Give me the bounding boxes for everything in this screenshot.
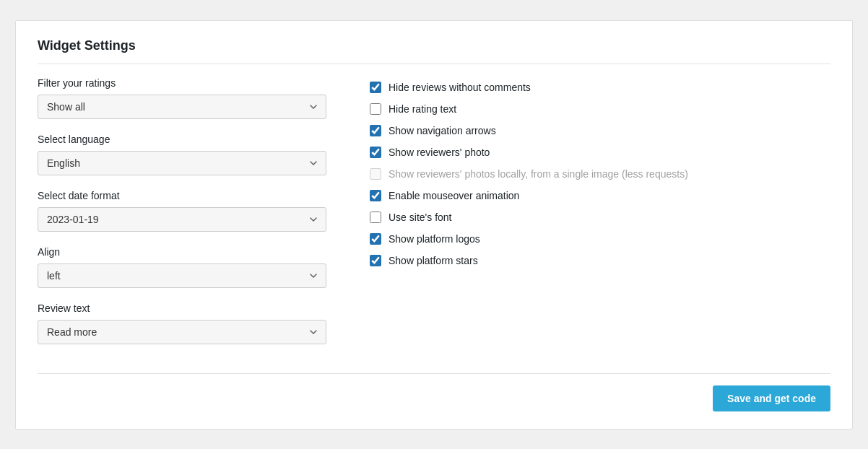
list-item: Show platform logos bbox=[370, 233, 830, 245]
review-text-label: Review text bbox=[38, 302, 326, 314]
footer: Save and get code bbox=[38, 373, 830, 411]
show-logos-label: Show platform logos bbox=[389, 233, 480, 245]
filter-group: Filter your ratings Show all 5 stars 4 s… bbox=[38, 77, 326, 119]
main-content: Filter your ratings Show all 5 stars 4 s… bbox=[38, 77, 830, 359]
review-text-group: Review text Read more Full text None bbox=[38, 302, 326, 344]
widget-settings-container: Widget Settings Filter your ratings Show… bbox=[15, 20, 853, 430]
checkbox-group: Hide reviews without comments Hide ratin… bbox=[370, 82, 830, 266]
show-nav-checkbox[interactable] bbox=[370, 125, 381, 136]
language-select[interactable]: English French German Spanish bbox=[38, 151, 326, 175]
review-text-select[interactable]: Read more Full text None bbox=[38, 320, 326, 344]
save-button[interactable]: Save and get code bbox=[713, 385, 830, 411]
hide-rating-label: Hide rating text bbox=[389, 103, 456, 115]
left-column: Filter your ratings Show all 5 stars 4 s… bbox=[38, 77, 326, 359]
filter-select[interactable]: Show all 5 stars 4 stars 3 stars 2 stars… bbox=[38, 95, 326, 119]
show-photo-label: Show reviewers' photo bbox=[389, 147, 490, 158]
hide-reviews-checkbox[interactable] bbox=[370, 82, 381, 93]
show-nav-label: Show navigation arrows bbox=[389, 125, 496, 136]
show-stars-checkbox[interactable] bbox=[370, 255, 381, 266]
hide-reviews-label: Hide reviews without comments bbox=[389, 82, 531, 93]
date-format-label: Select date format bbox=[38, 190, 326, 201]
date-format-group: Select date format 2023-01-19 19-01-2023… bbox=[38, 190, 326, 232]
align-select[interactable]: left center right bbox=[38, 263, 326, 288]
page-title: Widget Settings bbox=[38, 38, 830, 64]
show-logos-checkbox[interactable] bbox=[370, 233, 381, 245]
filter-label: Filter your ratings bbox=[38, 77, 326, 89]
date-format-select[interactable]: 2023-01-19 19-01-2023 01/19/2023 bbox=[38, 207, 326, 232]
list-item: Use site's font bbox=[370, 212, 830, 223]
list-item: Show navigation arrows bbox=[370, 125, 830, 136]
list-item: Show platform stars bbox=[370, 255, 830, 266]
list-item: Enable mouseover animation bbox=[370, 190, 830, 201]
use-font-label: Use site's font bbox=[389, 212, 452, 223]
show-photo-local-checkbox[interactable] bbox=[370, 168, 381, 180]
show-stars-label: Show platform stars bbox=[389, 255, 478, 266]
hide-rating-checkbox[interactable] bbox=[370, 103, 381, 115]
enable-mouseover-label: Enable mouseover animation bbox=[389, 190, 519, 201]
list-item: Show reviewers' photos locally, from a s… bbox=[370, 168, 830, 180]
align-group: Align left center right bbox=[38, 246, 326, 288]
use-font-checkbox[interactable] bbox=[370, 212, 381, 223]
list-item: Show reviewers' photo bbox=[370, 147, 830, 158]
show-photo-checkbox[interactable] bbox=[370, 147, 381, 158]
right-column: Hide reviews without comments Hide ratin… bbox=[370, 77, 830, 359]
list-item: Hide reviews without comments bbox=[370, 82, 830, 93]
language-label: Select language bbox=[38, 134, 326, 145]
align-label: Align bbox=[38, 246, 326, 258]
language-group: Select language English French German Sp… bbox=[38, 134, 326, 175]
list-item: Hide rating text bbox=[370, 103, 830, 115]
enable-mouseover-checkbox[interactable] bbox=[370, 190, 381, 201]
show-photo-local-label: Show reviewers' photos locally, from a s… bbox=[389, 168, 688, 180]
